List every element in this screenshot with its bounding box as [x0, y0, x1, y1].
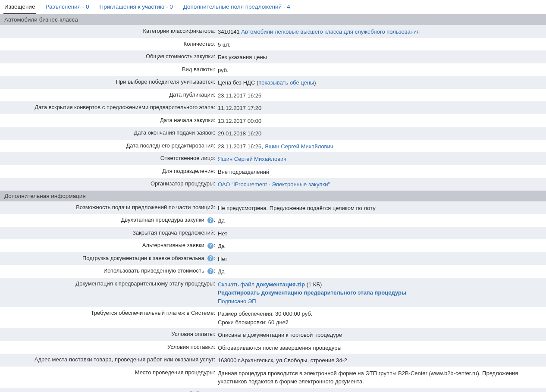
section-header-goods: Автомобили бизнес-класса	[0, 14, 546, 25]
value-doc-upload: Нет	[218, 254, 546, 263]
label-winner-price: При выборе победителя учитывается:	[0, 78, 218, 85]
row-payment-terms: Условия оплаты: Описаны в документации к…	[0, 328, 546, 341]
label-venue: Место проведения процедуры:	[0, 368, 218, 376]
row-last-edit: Дата последнего редактирования: 23.11.20…	[0, 140, 546, 153]
label-classifier: Категории классификатора:	[0, 27, 218, 34]
label-start-date: Дата начала закупки:	[0, 116, 218, 123]
value-envelope-date: 11.12.2017 17:20	[218, 103, 546, 113]
row-doc-upload: Подгрузка документации к заявке обязател…	[0, 252, 546, 265]
row-end-date: Дата окончания подачи заявок: 29.01.2018…	[0, 127, 546, 140]
value-security-payment: Размер обеспечения: 30 000,00 руб. Сроки…	[218, 309, 546, 326]
label-department: Для подразделения:	[0, 167, 218, 174]
value-reduced-cost: Да	[218, 267, 546, 276]
value-actions: Редактировать | Удалить | Скопировать | …	[218, 389, 546, 392]
row-winner-price: При выборе победителя учитывается: Цена …	[0, 76, 546, 89]
row-organizer: Организатор процедуры: ОАО "iProcurement…	[0, 178, 546, 191]
value-total-cost: Без указания цены	[218, 52, 546, 62]
value-start-date: 13.12.2017 00:00	[218, 116, 546, 125]
winner-price-prefix: Цена без НДС (	[218, 79, 258, 86]
row-department: Для подразделения: Вне подразделений	[0, 165, 546, 178]
label-prelim-docs: Документация к предварительному этапу пр…	[0, 279, 218, 287]
label-actions: Действия:	[0, 389, 218, 392]
show-both-prices-link[interactable]: показывать обе цены	[258, 79, 314, 86]
tab-invitations[interactable]: Приглашения к участию - 0	[98, 1, 173, 14]
label-reduced-cost: Использовать приведенную стоимость ?:	[0, 267, 218, 274]
label-currency: Вид валюты:	[0, 65, 218, 72]
tab-extra-fields[interactable]: Дополнительные поля предложений - 4	[182, 1, 291, 14]
label-two-stage-text: Двухэтапная процедура закупки	[121, 216, 204, 223]
row-partial-submit: Возможность подачи предложений по части …	[0, 201, 546, 214]
row-actions: Действия: Редактировать | Удалить | Скоп…	[0, 388, 546, 392]
row-currency: Вид валюты: руб.	[0, 63, 546, 76]
classifier-link[interactable]: Автомобили легковые высшего класса для с…	[241, 28, 420, 35]
label-last-edit: Дата последнего редактирования:	[0, 141, 218, 149]
row-pub-date: Дата публикации: 23.11.2017 16:26	[0, 89, 546, 102]
value-venue: Данная процедура проводится в электронно…	[218, 368, 546, 386]
label-total-cost: Общая стоимость закупки:	[0, 52, 218, 60]
tab-notice[interactable]: Извещение	[3, 1, 36, 14]
label-payment-terms: Условия оплаты:	[0, 330, 218, 337]
label-doc-upload-text: Подгрузка документации к заявке обязател…	[82, 255, 204, 261]
row-two-stage: Двухэтапная процедура закупки ?: Да	[0, 214, 546, 227]
value-end-date: 29.01.2018 16:20	[218, 129, 546, 138]
download-filesize: (1 КБ)	[305, 281, 322, 288]
value-organizer: ОАО "iProcurement - Электронные закупки"	[218, 179, 546, 189]
tabs: Извещение Разъяснения - 0 Приглашения к …	[0, 0, 546, 14]
tab-clarifications[interactable]: Разъяснения - 0	[44, 1, 90, 14]
help-icon[interactable]: ?	[207, 243, 213, 249]
value-pub-date: 23.11.2017 16:26	[218, 91, 546, 100]
row-quantity: Количество: 5 шт.	[0, 38, 546, 51]
label-organizer: Организатор процедуры:	[0, 179, 218, 187]
help-icon[interactable]: ?	[207, 255, 213, 261]
label-security-payment: Требуется обеспечительный платеж в Систе…	[0, 309, 218, 316]
label-doc-upload: Подгрузка документации к заявке обязател…	[0, 254, 218, 262]
row-security-payment: Требуется обеспечительный платеж в Систе…	[0, 307, 546, 328]
row-classifier: Категории классификатора: 3410141 Автомо…	[0, 25, 546, 38]
value-department: Вне подразделений	[218, 167, 546, 176]
winner-price-suffix: )	[314, 79, 316, 86]
row-envelope-date: Дата вскрытия конвертов с предложениями …	[0, 101, 546, 114]
download-filename: документация.zip	[256, 281, 305, 288]
label-pub-date: Дата публикации:	[0, 91, 218, 98]
value-two-stage: Да	[218, 216, 546, 225]
value-classifier: 3410141 Автомобили легковые высшего клас…	[218, 27, 546, 36]
download-file-link[interactable]: Скачать файл документация.zip	[218, 281, 305, 288]
value-alt-bids: Да	[218, 241, 546, 251]
row-alt-bids: Альтернативные заявки ?: Да	[0, 239, 546, 252]
row-reduced-cost: Использовать приведенную стоимость ?: Да	[0, 265, 546, 278]
row-responsible: Ответственное лицо: Яшин Сергей Михайлов…	[0, 152, 546, 165]
label-quantity: Количество:	[0, 40, 218, 47]
signed-ep-link[interactable]: Подписано ЭП	[218, 298, 256, 304]
value-prelim-docs: Скачать файл документация.zip (1 КБ) Ред…	[218, 279, 546, 306]
details-block-2: Возможность подачи предложений по части …	[0, 201, 546, 392]
value-responsible: Яшин Сергей Михайлович	[218, 154, 546, 163]
label-two-stage: Двухэтапная процедура закупки ?:	[0, 216, 218, 223]
value-delivery-address: 163000 г.Архангельск, ул.Свободы, строен…	[218, 355, 546, 365]
responsible-person-link[interactable]: Яшин Сергей Михайлович	[218, 156, 286, 162]
value-payment-terms: Описаны в документации к торговой процед…	[218, 330, 546, 339]
help-icon[interactable]: ?	[207, 268, 213, 274]
label-delivery-terms: Условия поставки:	[0, 343, 218, 350]
value-last-edit: 23.11.2017 16:26, Яшин Сергей Михайлович	[218, 141, 546, 151]
label-partial-submit: Возможность подачи предложений по части …	[0, 203, 218, 210]
security-block-period: Сроки блокировки: 60 дней	[218, 318, 542, 327]
label-reduced-cost-text: Использовать приведенную стоимость	[104, 267, 204, 274]
section-header-additional-info: Дополнительная информация	[0, 191, 546, 201]
value-partial-submit: Не предусмотрена. Предложение подаётся ц…	[218, 203, 546, 213]
value-delivery-terms: Обговариваются после завершения процедур…	[218, 343, 546, 352]
label-alt-bids: Альтернативные заявки ?:	[0, 241, 218, 249]
last-edit-date: 23.11.2017 16:26,	[218, 143, 264, 150]
row-delivery-address: Адрес места поставки товара, проведения …	[0, 354, 546, 367]
security-amount: Размер обеспечения: 30 000,00 руб.	[218, 310, 542, 318]
row-total-cost: Общая стоимость закупки: Без указания це…	[0, 50, 546, 63]
last-editor-link[interactable]: Яшин Сергей Михайлович	[264, 143, 333, 150]
row-closed-submit: Закрытая подача предложений: Нет	[0, 227, 546, 240]
classifier-code: 3410141	[218, 28, 241, 35]
edit-prelim-docs-link[interactable]: Редактировать документацию предварительн…	[218, 289, 406, 296]
label-closed-submit: Закрытая подача предложений:	[0, 229, 218, 236]
help-icon[interactable]: ?	[207, 217, 213, 223]
details-block-1: Категории классификатора: 3410141 Автомо…	[0, 25, 546, 191]
row-start-date: Дата начала закупки: 13.12.2017 00:00	[0, 114, 546, 127]
organizer-link[interactable]: ОАО "iProcurement - Электронные закупки"	[218, 181, 330, 188]
row-prelim-docs: Документация к предварительному этапу пр…	[0, 278, 546, 307]
